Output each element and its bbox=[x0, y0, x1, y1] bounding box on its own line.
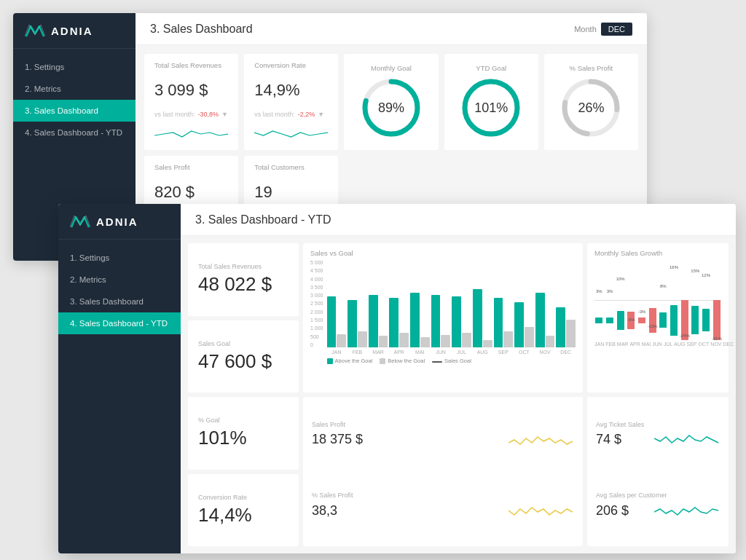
ytd-pct-sp: % Sales Profit 38,3 bbox=[312, 492, 574, 522]
metric-conversion-rate: Conversion Rate 14,9% vs last month: -2,… bbox=[244, 54, 338, 150]
front-card: ADNIA 1. Settings 2. Metrics 3. Sales Da… bbox=[58, 204, 736, 553]
ytd-as-value: 206 $ bbox=[596, 503, 629, 518]
growth-month-labels: JAN FEB MAR APR MAI JUN JUL AUG SEP OCT … bbox=[594, 342, 721, 347]
ytd-total-revenues: Total Sales Revenues 48 022 $ bbox=[188, 243, 299, 316]
growth-col-jul: 8% bbox=[659, 260, 668, 340]
metric-conversion-footer: vs last month: -2,2% ▼ bbox=[254, 111, 328, 118]
metric-total-revenues-value: 3 099 $ bbox=[154, 81, 228, 100]
back-header-title: 3. Sales Dashboard bbox=[150, 23, 253, 36]
front-nav-metrics[interactable]: 2. Metrics bbox=[58, 269, 181, 291]
back-nav-ytd[interactable]: 4. Sales Dashboard - YTD bbox=[13, 122, 136, 143]
bar-chart-bars bbox=[327, 260, 576, 347]
front-nav-settings[interactable]: 1. Settings bbox=[58, 247, 181, 269]
growth-col-oct: 15% bbox=[691, 260, 700, 340]
ytd-revenues-value: 48 022 $ bbox=[198, 273, 288, 296]
growth-col-feb: 3% bbox=[605, 260, 615, 340]
ytd-sales-goal: Sales Goal 47 600 $ bbox=[188, 320, 299, 393]
growth-chart-title: Monthly Sales Growth bbox=[594, 249, 721, 257]
front-logo: ADNIA bbox=[58, 204, 181, 240]
bar-oct bbox=[514, 302, 534, 347]
metric-total-revenues-label: Total Sales Revenues bbox=[154, 61, 228, 69]
growth-col-dec: -31% bbox=[712, 260, 721, 340]
ytd-pct-goal: % Goal 101% bbox=[188, 397, 299, 470]
ytd-pct-goal-value: 101% bbox=[198, 427, 288, 449]
growth-col-apr: -9% bbox=[627, 260, 636, 340]
back-nav-settings[interactable]: 1. Settings bbox=[13, 56, 136, 78]
metric-sales-profit-label: Sales Profit bbox=[154, 163, 228, 171]
bar-dec bbox=[556, 307, 576, 347]
sales-vs-goal-chart: Sales vs Goal 5 000 4 500 4 000 3 500 3 … bbox=[303, 243, 583, 393]
ytd-conversion-label: Conversion Rate bbox=[198, 494, 288, 501]
front-header-title: 3. Sales Dashboard - YTD bbox=[195, 213, 331, 226]
growth-col-nov: 12% bbox=[702, 260, 711, 340]
front-main: 3. Sales Dashboard - YTD Total Sales Rev… bbox=[181, 204, 736, 553]
donut-ytd-value: 101% bbox=[474, 100, 508, 115]
metric-conversion-value: 14,9% bbox=[254, 81, 328, 100]
back-month-badge[interactable]: DEC bbox=[601, 23, 632, 36]
bar-jan bbox=[327, 296, 347, 347]
ytd-at-label: Avg Ticket Sales bbox=[596, 421, 720, 428]
growth-col-mar: 10% bbox=[616, 260, 625, 340]
metric-conversion-label: Conversion Rate bbox=[254, 61, 328, 69]
ytd-sp-sparkline bbox=[509, 428, 574, 451]
ytd-avg-ticket: Avg Ticket Sales 74 $ bbox=[596, 421, 720, 451]
back-month-label: Month bbox=[574, 25, 597, 33]
front-logo-text: ADNIA bbox=[96, 216, 138, 228]
back-nav-metrics[interactable]: 2. Metrics bbox=[13, 78, 136, 100]
ytd-avg-sales: Avg Sales per Customer 206 $ bbox=[596, 492, 720, 522]
metric-customers-label: Total Customers bbox=[254, 163, 328, 171]
front-logo-icon bbox=[70, 214, 90, 229]
donut-monthly-value: 89% bbox=[378, 100, 404, 115]
ytd-as-sparkline bbox=[654, 499, 720, 522]
right-top-panel: Sales Profit 18 375 $ % Sales Profit 38,… bbox=[303, 397, 583, 546]
bar-mar bbox=[369, 295, 388, 347]
donut-ytd-label: YTD Goal bbox=[476, 64, 506, 72]
ytd-at-value: 74 $ bbox=[596, 432, 621, 447]
ytd-goal-label: Sales Goal bbox=[198, 340, 288, 347]
ytd-pct-sp-sparkline bbox=[509, 499, 574, 522]
bar-month-labels: JAN FEB MAR APR MAI JUN JUL AUG SEP OCT … bbox=[327, 350, 576, 355]
front-nav: 1. Settings 2. Metrics 3. Sales Dashboar… bbox=[58, 240, 181, 342]
front-header: 3. Sales Dashboard - YTD bbox=[181, 204, 736, 236]
front-nav-sales-dashboard[interactable]: 3. Sales Dashboard bbox=[58, 291, 181, 312]
metric-customers-value: 19 bbox=[254, 183, 328, 202]
donut-ytd-goal: YTD Goal 101% bbox=[444, 54, 538, 150]
metric-total-revenues-footer: vs last month: -30,8% ▼ bbox=[154, 111, 228, 118]
ytd-as-label: Avg Sales per Customer bbox=[596, 492, 720, 499]
back-header-controls: Month DEC bbox=[574, 23, 632, 36]
ytd-pct-sp-value: 38,3 bbox=[312, 503, 337, 518]
ytd-conversion: Conversion Rate 14,4% bbox=[188, 474, 299, 547]
growth-bars: 3% 3% 10% -9% bbox=[594, 260, 721, 340]
growth-col-sep: -24% bbox=[680, 260, 689, 340]
back-logo: ADNIA bbox=[13, 13, 136, 49]
growth-col-jan: 3% bbox=[594, 260, 604, 340]
right-bottom-panel: Avg Ticket Sales 74 $ Avg Sales per Cust… bbox=[587, 397, 729, 546]
back-logo-text: ADNIA bbox=[51, 25, 93, 37]
bar-nov bbox=[535, 293, 555, 347]
front-sidebar: ADNIA 1. Settings 2. Metrics 3. Sales Da… bbox=[58, 204, 181, 553]
bar-mai bbox=[410, 293, 430, 347]
metric-total-revenues: Total Sales Revenues 3 099 $ vs last mon… bbox=[144, 54, 238, 150]
growth-col-mai: -3% bbox=[637, 260, 647, 340]
back-nav: 1. Settings 2. Metrics 3. Sales Dashboar… bbox=[13, 49, 136, 151]
ytd-conversion-value: 14,4% bbox=[198, 504, 288, 527]
bar-aug bbox=[473, 289, 492, 347]
back-header: 3. Sales Dashboard Month DEC bbox=[136, 13, 647, 45]
donut-profit-label: % Sales Profit bbox=[570, 64, 613, 72]
growth-col-jun: -13% bbox=[648, 260, 657, 340]
ytd-at-sparkline bbox=[654, 428, 720, 451]
bar-sep bbox=[494, 298, 514, 347]
donut-ytd-wrap: 101% bbox=[458, 75, 524, 141]
ytd-pct-sp-label: % Sales Profit bbox=[312, 492, 574, 499]
back-nav-sales-dashboard[interactable]: 3. Sales Dashboard bbox=[13, 100, 136, 122]
donut-monthly-label: Monthly Goal bbox=[371, 64, 412, 72]
adnia-logo-icon bbox=[25, 23, 45, 38]
donut-sales-profit: % Sales Profit 26% bbox=[544, 54, 638, 150]
front-nav-ytd[interactable]: 4. Sales Dashboard - YTD bbox=[58, 312, 181, 334]
monthly-growth-chart: Monthly Sales Growth 3% 3% bbox=[587, 243, 729, 393]
sales-vs-goal-title: Sales vs Goal bbox=[310, 249, 576, 257]
ytd-revenues-label: Total Sales Revenues bbox=[198, 263, 288, 270]
ytd-sp-label: Sales Profit bbox=[312, 421, 574, 428]
bar-jun bbox=[431, 295, 451, 347]
bar-feb bbox=[348, 300, 367, 347]
